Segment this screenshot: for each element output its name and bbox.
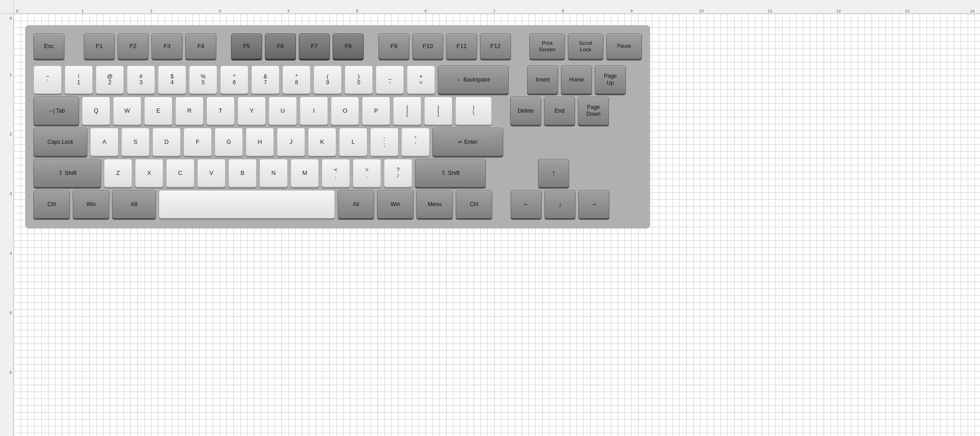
key-win-left[interactable]: Win (73, 190, 109, 218)
key-backtick[interactable]: ~` (33, 65, 62, 94)
key-f5[interactable]: F5 (231, 33, 262, 59)
ruler-tick-5: 5 (356, 9, 358, 13)
key-delete[interactable]: Delete (510, 97, 541, 125)
ruler-tick-8: 8 (562, 9, 564, 13)
key-p[interactable]: P (362, 97, 390, 125)
ruler-tick-10: 10 (699, 9, 704, 13)
key-b[interactable]: B (228, 159, 257, 187)
key-f10[interactable]: F10 (412, 33, 443, 59)
key-o[interactable]: O (331, 97, 359, 125)
key-scroll-lock[interactable]: ScrollLock (568, 33, 603, 59)
key-t[interactable]: T (206, 97, 235, 125)
key-pause[interactable]: Pause (606, 33, 642, 59)
key-4[interactable]: $4 (158, 65, 186, 94)
key-f3[interactable]: F3 (151, 33, 183, 59)
key-shift-right[interactable]: ⇧ Shift (415, 159, 486, 187)
ruler-tick-7: 7 (493, 9, 495, 13)
key-end[interactable]: End (544, 97, 575, 125)
key-f11[interactable]: F11 (446, 33, 477, 59)
ruler-tick-13: 13 (905, 9, 910, 13)
ruler-left-6: 6 (10, 370, 12, 375)
ruler-tick-12: 12 (836, 9, 841, 13)
key-y[interactable]: Y (237, 97, 266, 125)
key-alt-left[interactable]: Alt (112, 190, 156, 218)
key-equals[interactable]: += (407, 65, 435, 94)
ruler-left-2: 2 (10, 132, 12, 136)
key-n[interactable]: N (259, 159, 288, 187)
key-u[interactable]: U (269, 97, 297, 125)
key-close-bracket[interactable]: }] (424, 97, 452, 125)
key-shift-left[interactable]: ⇧ Shift (33, 159, 101, 187)
key-0[interactable]: )0 (345, 65, 373, 94)
key-arrow-down[interactable]: ↓ (544, 190, 576, 218)
key-9[interactable]: (9 (313, 65, 342, 94)
key-arrow-left[interactable]: ← (511, 190, 542, 218)
key-f6[interactable]: F6 (265, 33, 296, 59)
key-slash[interactable]: ?/ (384, 159, 412, 187)
key-caps-lock[interactable]: Caps Lock (33, 128, 87, 156)
key-arrow-right[interactable]: → (578, 190, 609, 218)
key-f4[interactable]: F4 (185, 33, 216, 59)
key-e[interactable]: E (144, 97, 172, 125)
key-d[interactable]: D (152, 128, 181, 156)
key-l[interactable]: L (339, 128, 367, 156)
key-arrow-up[interactable]: ↑ (538, 159, 569, 187)
key-comma[interactable]: <, (322, 159, 350, 187)
key-5[interactable]: %5 (189, 65, 217, 94)
key-alt-right[interactable]: Alt (338, 190, 374, 218)
key-s[interactable]: S (121, 128, 150, 156)
key-esc[interactable]: Esc (33, 33, 65, 59)
key-ctrl-left[interactable]: Ctrl (33, 190, 70, 218)
key-c[interactable]: C (166, 159, 194, 187)
key-open-bracket[interactable]: {[ (393, 97, 421, 125)
key-f8[interactable]: F8 (333, 33, 364, 59)
key-page-down[interactable]: PageDown (578, 97, 609, 125)
key-8[interactable]: *8 (282, 65, 311, 94)
key-k[interactable]: K (308, 128, 336, 156)
key-q[interactable]: Q (82, 97, 110, 125)
number-row: ~` !1 @2 #3 $4 %5 ^6 &7 *8 (9 )0 _- += ←… (33, 65, 642, 94)
ruler-tick-2: 2 (150, 9, 152, 13)
key-tab[interactable]: →| Tab (33, 97, 79, 125)
key-space[interactable] (159, 190, 335, 218)
key-a[interactable]: A (90, 128, 118, 156)
key-quote[interactable]: "' (401, 128, 430, 156)
key-minus[interactable]: _- (376, 65, 404, 94)
key-7[interactable]: &7 (251, 65, 280, 94)
key-f[interactable]: F (183, 128, 212, 156)
key-f12[interactable]: F12 (480, 33, 511, 59)
key-insert[interactable]: Insert (527, 65, 558, 94)
key-i[interactable]: I (300, 97, 328, 125)
key-2[interactable]: @2 (96, 65, 124, 94)
key-menu[interactable]: Menu (416, 190, 453, 218)
key-f9[interactable]: F9 (378, 33, 409, 59)
key-m[interactable]: M (291, 159, 319, 187)
key-backslash[interactable]: |\ (455, 97, 492, 125)
key-3[interactable]: #3 (127, 65, 155, 94)
key-x[interactable]: X (135, 159, 163, 187)
key-period[interactable]: >. (353, 159, 381, 187)
key-j[interactable]: J (277, 128, 305, 156)
key-win-right[interactable]: Win (377, 190, 414, 218)
key-print-screen[interactable]: PrintScreen (529, 33, 565, 59)
key-v[interactable]: V (197, 159, 226, 187)
key-f1[interactable]: F1 (84, 33, 115, 59)
ruler-left-1: 1 (10, 72, 12, 77)
ruler-top: 0 1 2 3 4 5 6 7 8 9 10 11 12 13 14 (14, 0, 980, 14)
key-6[interactable]: ^6 (220, 65, 248, 94)
key-page-up[interactable]: PageUp (595, 65, 626, 94)
key-f2[interactable]: F2 (118, 33, 149, 59)
key-semicolon[interactable]: :; (370, 128, 398, 156)
key-1[interactable]: !1 (65, 65, 93, 94)
key-backspace[interactable]: ← Backspace (438, 65, 509, 94)
key-w[interactable]: W (113, 97, 141, 125)
key-g[interactable]: G (215, 128, 243, 156)
key-home[interactable]: Home (561, 65, 592, 94)
key-enter[interactable]: ↵ Enter (432, 128, 503, 156)
key-z[interactable]: Z (104, 159, 132, 187)
key-h[interactable]: H (246, 128, 274, 156)
tab-row: →| Tab Q W E R T Y U I O P {[ }] |\ Dele… (33, 97, 642, 125)
key-r[interactable]: R (175, 97, 204, 125)
key-ctrl-right[interactable]: Ctrl (456, 190, 492, 218)
key-f7[interactable]: F7 (299, 33, 330, 59)
